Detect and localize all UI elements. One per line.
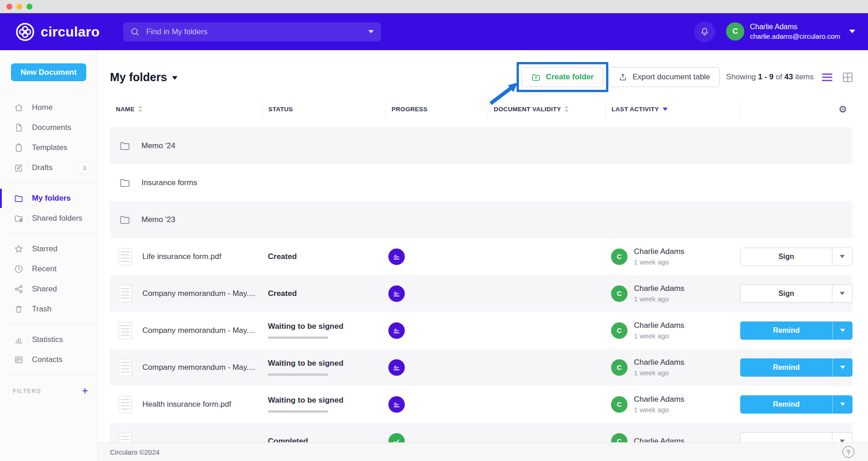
item-name: Memo '23 [141, 215, 175, 224]
export-document-table-button[interactable]: Export document table [609, 67, 720, 87]
sort-icon[interactable] [138, 106, 142, 112]
remind-button[interactable]: Remind [740, 395, 832, 414]
search-scope-caret-icon[interactable] [368, 30, 374, 33]
sidebar: New Document HomeDocumentsTemplatesDraft… [0, 50, 98, 461]
item-name: Health insurance form.pdf [142, 400, 231, 409]
settings-icon[interactable]: ⚙ [838, 104, 847, 114]
export-icon [618, 73, 627, 82]
create-folder-button[interactable]: Create folder [522, 67, 603, 87]
remind-split-button: Remind [740, 358, 852, 377]
sidebar-item-shared-folders[interactable]: Shared folders [0, 208, 97, 228]
action-dropdown-caret-icon[interactable] [832, 321, 852, 340]
folder-row[interactable]: Memo '23 [110, 201, 852, 238]
page-title[interactable]: My folders [110, 71, 178, 84]
app-window: circularo C Charlie [0, 0, 868, 461]
help-icon[interactable]: ? [842, 446, 854, 458]
folder-plus-icon [531, 73, 541, 82]
folder-row[interactable]: Memo '24 [110, 127, 852, 164]
brand-logo[interactable]: circularo [16, 22, 99, 41]
action-dropdown-caret-icon[interactable] [832, 395, 852, 414]
document-row[interactable]: Company memorandum - May....Waiting to b… [110, 312, 852, 349]
window-zoom-button[interactable] [26, 4, 32, 10]
folder-row[interactable]: Insurance forms [110, 164, 852, 201]
sign-split-button: Sign [740, 248, 852, 266]
actor-name: Charlie Adams [634, 247, 685, 256]
last-activity-cell: CCharlie Adams1 week ago [605, 395, 740, 414]
name-cell: Insurance forms [110, 176, 262, 189]
name-cell: Company memorandum - May.... [110, 322, 262, 339]
last-activity-cell: CCharlie Adams1 week ago [605, 284, 740, 303]
action-dropdown-caret-icon[interactable] [832, 285, 852, 302]
actor-name: Charlie Adams [634, 395, 685, 404]
add-filter-button plus-icon[interactable]: + [82, 386, 88, 396]
item-name: Life insurance form.pdf [142, 252, 221, 261]
new-document-button[interactable]: New Document [11, 63, 86, 81]
sidebar-item-label: Contacts [32, 355, 63, 364]
column-header-document-validity[interactable]: DOCUMENT VALIDITY [487, 99, 605, 119]
progress-cell [385, 285, 487, 302]
last-activity-cell: CCharlie Adams1 week ago [605, 321, 740, 340]
sign-split-button: Sign [740, 285, 852, 303]
sign-button[interactable]: Sign [741, 248, 832, 265]
sort-icon[interactable] [565, 106, 569, 112]
item-name: Company memorandum - May.... [142, 363, 255, 372]
action-dropdown-caret-icon[interactable] [832, 358, 852, 377]
sidebar-item-home[interactable]: Home [0, 98, 97, 118]
document-row[interactable]: Life insurance form.pdfCreatedCCharlie A… [110, 238, 852, 275]
sort-desc-icon[interactable] [663, 108, 668, 111]
sidebar-item-statistics[interactable]: Statistics [0, 330, 97, 350]
sidebar-item-starred[interactable]: Starred [0, 239, 97, 259]
grid-view-icon[interactable] [843, 73, 852, 82]
document-row[interactable]: Company memorandum - May....Waiting to b… [110, 349, 852, 386]
app-body: New Document HomeDocumentsTemplatesDraft… [0, 50, 868, 461]
sidebar-item-my-folders[interactable]: My folders [0, 188, 97, 208]
actions-cell: Sign [740, 285, 852, 303]
toolbar: Create folder Export documen [522, 67, 852, 87]
window-titlebar [0, 0, 868, 13]
column-header-actions[interactable]: ⚙ [740, 99, 852, 119]
sign-button[interactable]: Sign [741, 285, 832, 302]
activity-time: 1 week ago [634, 295, 685, 303]
sidebar-item-contacts[interactable]: Contacts [0, 350, 97, 370]
progress-cell [385, 359, 487, 376]
search-input[interactable] [146, 27, 362, 36]
name-cell: Memo '24 [110, 140, 262, 152]
window-close-button[interactable] [6, 4, 12, 10]
document-thumbnail [119, 285, 132, 302]
search-bar[interactable] [123, 22, 381, 41]
notifications-bell-icon[interactable] [694, 21, 715, 42]
remind-split-button: Remind [740, 395, 852, 414]
sidebar-item-templates[interactable]: Templates [0, 138, 97, 158]
sidebar-item-drafts[interactable]: Drafts3 [0, 158, 97, 178]
sidebar-item-recent[interactable]: Recent [0, 259, 97, 279]
status-text: Waiting to be signed [268, 359, 385, 368]
app-header: circularo C Charlie [0, 13, 868, 50]
progress-cell [385, 322, 487, 339]
remind-button[interactable]: Remind [740, 358, 832, 377]
column-header-progress: PROGRESS [385, 99, 487, 119]
sidebar-item-documents[interactable]: Documents [0, 118, 97, 138]
list-view-icon[interactable] [822, 73, 832, 81]
page-head: My folders Create folder [110, 50, 852, 87]
activity-time: 1 week ago [634, 332, 685, 340]
remind-button[interactable]: Remind [740, 321, 832, 340]
column-header-last-activity[interactable]: LAST ACTIVITY [605, 99, 740, 119]
column-header-name[interactable]: NAME [110, 99, 262, 119]
view-switcher [822, 73, 852, 82]
window-minimize-button[interactable] [16, 4, 22, 10]
name-cell: Life insurance form.pdf [110, 248, 262, 265]
action-dropdown-caret-icon[interactable] [832, 248, 852, 265]
document-row[interactable]: Health insurance form.pdfWaiting to be s… [110, 386, 852, 423]
folder-icon [14, 193, 24, 203]
document-thumbnail [119, 396, 132, 413]
status-cell: Created [262, 289, 385, 298]
sidebar-item-label: Shared [32, 285, 57, 294]
status-text: Created [268, 252, 385, 261]
user-email: charlie.adams@circularo.com [750, 32, 840, 41]
sidebar-item-shared[interactable]: Shared [0, 279, 97, 299]
sidebar-item-trash[interactable]: Trash [0, 299, 97, 319]
user-menu[interactable]: C Charlie Adams charlie.adams@circularo.… [726, 22, 855, 41]
document-row[interactable]: Company memorandum - May....CreatedCChar… [110, 275, 852, 312]
status-cell: Waiting to be signed [262, 359, 385, 376]
status-text: Waiting to be signed [268, 396, 385, 405]
